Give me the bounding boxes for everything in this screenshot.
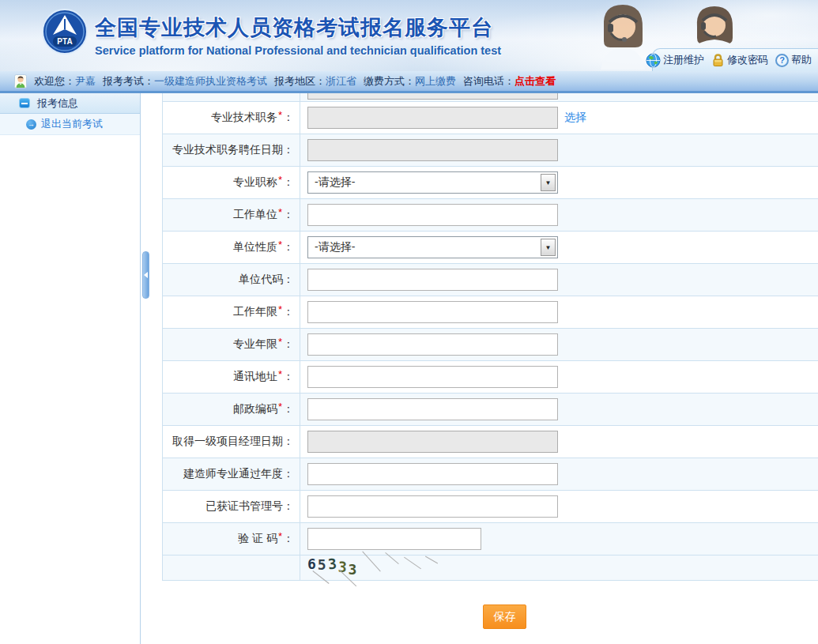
- click-to-view-link[interactable]: 点击查看: [515, 75, 556, 87]
- form-row: 邮政编码*：: [163, 394, 818, 426]
- welcome-bar: 欢迎您：尹嘉 报考考试：一级建造师执业资格考试 报考地区：浙江省 缴费方式：网上…: [0, 71, 818, 93]
- field-label: 通讯地址: [233, 370, 277, 384]
- text-field[interactable]: [307, 463, 558, 485]
- captcha-digit: 3: [348, 561, 357, 578]
- form-row: 取得一级项目经理日期：: [163, 426, 818, 458]
- label-colon: ：: [283, 402, 294, 416]
- contact-phone: 咨询电话：点击查看: [463, 74, 556, 89]
- select-value: -请选择-: [315, 175, 355, 190]
- text-field[interactable]: [307, 333, 558, 356]
- required-star: *: [278, 239, 282, 250]
- text-field[interactable]: [307, 366, 558, 388]
- field-label: 工作年限: [233, 305, 277, 319]
- text-field[interactable]: [307, 301, 558, 323]
- text-field[interactable]: [307, 528, 481, 550]
- captcha-digit: 3: [327, 555, 338, 572]
- pta-logo: PTA: [41, 8, 89, 55]
- text-field[interactable]: [307, 269, 558, 291]
- field-label: 单位代码: [239, 273, 283, 287]
- required-star: *: [278, 174, 282, 186]
- form-row: 单位代码：: [163, 264, 818, 296]
- text-field[interactable]: [307, 495, 558, 518]
- page: PTA 全国专业技术人员资格考试报名服务平台 Service platform …: [0, 0, 818, 644]
- user-avatar-icon: [14, 74, 27, 89]
- help-icon: ?: [775, 54, 789, 67]
- select-value: -请选择-: [315, 240, 355, 254]
- collapse-arrow-icon: [144, 272, 148, 278]
- sidebar: 报考信息 → 退出当前考试: [0, 93, 141, 644]
- operator-photo: [677, 0, 752, 49]
- form-row: 工作年限*：: [163, 296, 818, 329]
- label-colon: ：: [283, 532, 294, 546]
- captcha-noise-line: [425, 555, 438, 563]
- dropdown-arrow-icon[interactable]: ▼: [541, 174, 556, 191]
- form-row-cutoff: [163, 93, 818, 102]
- form-row: 验 证 码*：: [163, 523, 818, 555]
- required-star: *: [278, 530, 282, 542]
- label-colon: ：: [283, 208, 294, 222]
- field-label: 验 证 码: [238, 532, 277, 546]
- readonly-field: [307, 107, 558, 129]
- form-row: 专业技术职务聘任日期：: [163, 134, 818, 167]
- captcha-digit: 6: [307, 555, 317, 572]
- registration-form: 专业技术职务*： 选择 专业技术职务聘任日期： 专业职称*： -请选择- ▼ 工…: [162, 93, 818, 581]
- form-row: 通讯地址*：: [163, 361, 818, 394]
- required-star: *: [278, 336, 282, 348]
- label-colon: ：: [283, 435, 294, 449]
- header-link-label: 帮助: [791, 53, 812, 67]
- lock-icon: [711, 53, 725, 67]
- dropdown-arrow-icon[interactable]: ▼: [541, 239, 556, 256]
- form-row: 单位性质*： -请选择- ▼: [163, 232, 818, 264]
- sidebar-item-exit-current-exam[interactable]: → 退出当前考试: [0, 114, 140, 135]
- label-colon: ：: [283, 499, 294, 514]
- sidebar-item-registration-info[interactable]: 报考信息: [0, 93, 140, 114]
- sidebar-collapse-handle[interactable]: [142, 251, 149, 299]
- site-subtitle: Service platform for National Profession…: [95, 44, 501, 57]
- change-password-link[interactable]: 修改密码: [711, 53, 768, 67]
- site-title: 全国专业技术人员资格考试报名服务平台: [95, 13, 501, 42]
- label-colon: ：: [283, 305, 294, 319]
- site-header: PTA 全国专业技术人员资格考试报名服务平台 Service platform …: [0, 0, 818, 71]
- captcha-digit: 5: [318, 556, 327, 573]
- exam-region: 报考地区：浙江省: [274, 74, 356, 89]
- field-label: 单位性质: [233, 240, 277, 254]
- register-maintenance-link[interactable]: 注册维护: [646, 53, 704, 68]
- captcha-image[interactable]: 65333: [307, 555, 450, 581]
- save-button[interactable]: 保存: [483, 604, 526, 629]
- label-colon: ：: [283, 143, 294, 157]
- field-label: 工作单位: [233, 208, 277, 222]
- logo-text: PTA: [57, 37, 72, 46]
- header-link-label: 修改密码: [727, 53, 768, 67]
- choose-link[interactable]: 选择: [564, 111, 586, 125]
- required-star: *: [278, 368, 282, 380]
- collapse-minus-icon: [19, 98, 30, 108]
- help-link[interactable]: ? 帮助: [775, 53, 812, 67]
- form-row: 专业技术职务*： 选择: [163, 102, 818, 134]
- form-row: 专业职称*： -请选择- ▼: [163, 167, 818, 199]
- sidebar-item-label: 报考信息: [37, 96, 78, 111]
- text-field[interactable]: [307, 398, 558, 420]
- readonly-field-cutoff: [307, 93, 558, 100]
- field-label: 专业职称: [233, 175, 277, 190]
- select-field[interactable]: -请选择- ▼: [307, 171, 558, 194]
- select-field[interactable]: -请选择- ▼: [307, 236, 558, 258]
- label-colon: ：: [283, 175, 294, 190]
- label-colon: ：: [283, 273, 294, 287]
- header-link-label: 注册维护: [663, 53, 704, 67]
- label-colon: ：: [283, 370, 294, 384]
- field-label: 建造师专业通过年度: [183, 467, 283, 481]
- required-star: *: [278, 109, 282, 121]
- text-field[interactable]: [307, 204, 558, 226]
- header-links-bar: 注册维护 修改密码 ? 帮助: [652, 48, 818, 71]
- label-colon: ：: [283, 337, 294, 352]
- readonly-field: [307, 431, 558, 453]
- captcha-noise-line: [404, 556, 421, 569]
- readonly-field: [307, 139, 558, 161]
- label-colon: ：: [283, 467, 294, 481]
- field-label: 取得一级项目经理日期: [172, 435, 283, 449]
- title-block: 全国专业技术人员资格考试报名服务平台 Service platform for …: [95, 13, 501, 57]
- label-colon: ：: [283, 240, 294, 254]
- required-star: *: [278, 206, 282, 218]
- field-label: 专业技术职务聘任日期: [172, 143, 283, 157]
- form-row: 工作单位*：: [163, 199, 818, 232]
